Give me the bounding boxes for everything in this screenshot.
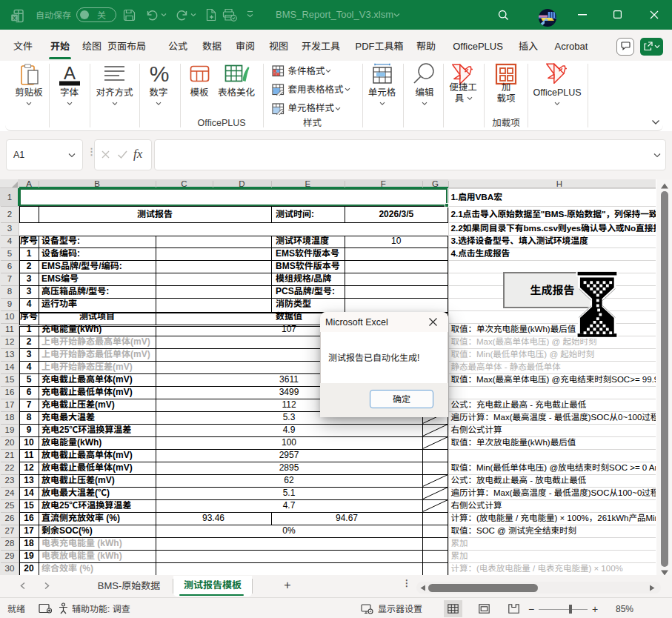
svg-text:X: X: [13, 15, 16, 21]
svg-text:A: A: [64, 64, 76, 83]
